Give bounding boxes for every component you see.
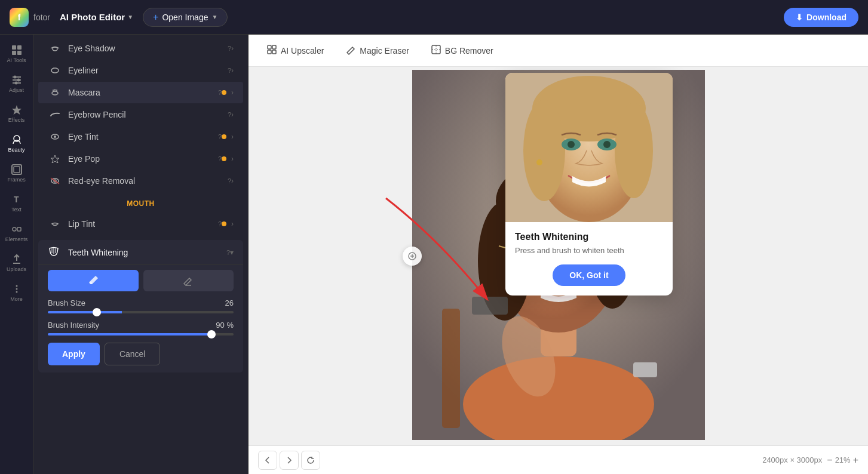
uploads-label: Uploads <box>7 266 26 272</box>
image-dimensions: 2400px × 3000px <box>762 455 822 464</box>
brush-size-row: Brush Size 26 <box>48 298 234 313</box>
modal-ok-button[interactable]: OK, Got it <box>553 264 625 286</box>
editor-name-label: AI Photo Editor <box>60 12 125 22</box>
eraser-tool-button[interactable] <box>143 270 234 291</box>
mascara-label: Mascara <box>68 88 216 97</box>
download-button[interactable]: ⬇ Download <box>784 8 858 27</box>
magic-eraser-label: Magic Eraser <box>360 46 409 56</box>
cancel-button[interactable]: Cancel <box>105 343 161 365</box>
modal-body: Teeth Whitening Press and brush to white… <box>505 222 673 296</box>
panel-item-eyebrow-pencil[interactable]: Eyebrow Pencil ? › <box>38 104 243 125</box>
brush-intensity-slider[interactable] <box>48 333 234 336</box>
brush-intensity-label-row: Brush Intensity 90 % <box>48 321 234 330</box>
panel-item-lip-tint[interactable]: Lip Tint ? › <box>38 213 243 235</box>
nav-back-button[interactable] <box>258 451 277 470</box>
sidebar-item-beauty[interactable]: Beauty <box>2 129 31 158</box>
uploads-icon <box>11 253 23 265</box>
brush-intensity-value: 90 % <box>216 321 234 330</box>
sidebar-icons: AI Tools Adjust Effects Beauty Frames T … <box>0 35 33 474</box>
modal-title: Teeth Whitening <box>515 232 663 242</box>
panel-item-eye-shadow[interactable]: Eye Shadow ? › <box>38 38 243 59</box>
elements-icon <box>11 223 23 235</box>
svg-rect-16 <box>17 227 21 231</box>
zoom-plus-button[interactable]: + <box>853 455 858 466</box>
ai-photo-editor-dropdown[interactable]: AI Photo Editor ▼ <box>60 12 133 22</box>
svg-text:T: T <box>14 195 19 204</box>
eye-pop-label: Eye Pop <box>68 154 216 164</box>
zoom-minus-button[interactable]: − <box>827 455 832 466</box>
sidebar-item-uploads[interactable]: Uploads <box>2 248 31 277</box>
brush-tool-button[interactable] <box>48 270 139 291</box>
sliders-icon <box>11 74 23 86</box>
svg-rect-3 <box>17 51 22 55</box>
svg-marker-10 <box>12 105 22 115</box>
toolbar: AI Upscaler Magic Eraser BG Remover <box>249 35 868 67</box>
effects-icon <box>11 104 23 116</box>
brush-size-slider[interactable] <box>48 311 234 313</box>
lip-tint-dot <box>222 221 226 226</box>
sidebar-item-adjust[interactable]: Adjust <box>2 69 31 98</box>
ai-upscaler-icon <box>266 44 277 57</box>
eye-shadow-label: Eye Shadow <box>68 44 225 53</box>
svg-rect-13 <box>14 167 20 173</box>
teeth-whitening-header[interactable]: Teeth Whitening ? ▾ <box>38 240 243 264</box>
sidebar-item-effects[interactable]: Effects <box>2 99 31 128</box>
eraser-brush-icon <box>182 275 194 287</box>
panel-item-eyeliner[interactable]: Eyeliner ? › <box>38 60 243 81</box>
main-area: AI Tools Adjust Effects Beauty Frames T … <box>0 35 868 474</box>
tab-ai-upscaler[interactable]: AI Upscaler <box>258 39 332 62</box>
refresh-button[interactable] <box>301 451 320 470</box>
sidebar-item-ai-tools[interactable]: AI Tools <box>2 39 31 68</box>
magic-eraser-icon <box>345 44 356 57</box>
svg-rect-60 <box>442 309 460 428</box>
eye-shadow-arrow: › <box>231 44 234 53</box>
svg-rect-58 <box>633 362 657 377</box>
eyeliner-label: Eyeliner <box>68 66 225 75</box>
svg-point-8 <box>17 79 20 82</box>
svg-point-7 <box>13 76 16 79</box>
more-icon <box>11 283 23 295</box>
svg-marker-25 <box>51 155 59 163</box>
grid-icon <box>11 44 23 56</box>
zoom-level: 21% <box>835 455 851 464</box>
svg-point-71 <box>568 141 575 148</box>
lip-tint-icon <box>48 220 62 228</box>
svg-point-20 <box>53 47 57 51</box>
nav-forward-button[interactable] <box>280 451 299 470</box>
zoom-controls: − 21% + <box>827 455 858 466</box>
teeth-whitening-chevron: ▾ <box>230 248 234 257</box>
sidebar-item-elements[interactable]: Elements <box>2 218 31 247</box>
svg-point-18 <box>16 288 17 290</box>
open-image-label: Open Image <box>162 13 208 22</box>
sidebar-item-frames[interactable]: Frames <box>2 159 31 187</box>
eye-pop-icon <box>48 155 62 163</box>
sidebar-item-more[interactable]: More <box>2 278 31 307</box>
editor-dropdown-chevron: ▼ <box>127 14 133 20</box>
modal-face-svg <box>505 73 673 222</box>
content-area: AI Upscaler Magic Eraser BG Remover <box>249 35 868 474</box>
teeth-whitening-panel: Teeth Whitening ? ▾ Brush Size 26 <box>38 240 243 373</box>
svg-rect-35 <box>268 50 271 54</box>
open-image-button[interactable]: + Open Image ▼ <box>143 8 228 27</box>
brush-size-label-row: Brush Size 26 <box>48 298 234 307</box>
red-eye-label: Red-eye Removal <box>68 176 225 186</box>
bottom-bar: 2400px × 3000px − 21% + <box>249 445 868 474</box>
mascara-arrow: › <box>231 88 234 97</box>
eye-tint-icon <box>48 133 62 141</box>
lip-tint-label: Lip Tint <box>68 219 216 229</box>
svg-rect-36 <box>272 50 276 54</box>
panel-item-mascara[interactable]: Mascara ? › <box>38 82 243 103</box>
svg-rect-34 <box>272 45 276 49</box>
apply-button[interactable]: Apply <box>48 343 100 365</box>
panel-item-eye-tint[interactable]: Eye Tint ? › <box>38 126 243 147</box>
panel-item-eye-pop[interactable]: Eye Pop ? › <box>38 148 243 170</box>
tab-bg-remover[interactable]: BG Remover <box>422 39 502 62</box>
panel-item-red-eye-removal[interactable]: Red-eye Removal ? › <box>38 170 243 192</box>
eyebrow-icon <box>48 110 62 119</box>
svg-rect-1 <box>17 45 22 50</box>
eye-tint-arrow: › <box>231 133 234 141</box>
add-center-button[interactable] <box>403 247 422 266</box>
tab-magic-eraser[interactable]: Magic Eraser <box>337 39 417 62</box>
eye-tint-dot <box>222 134 226 139</box>
sidebar-item-text[interactable]: T Text <box>2 189 31 217</box>
